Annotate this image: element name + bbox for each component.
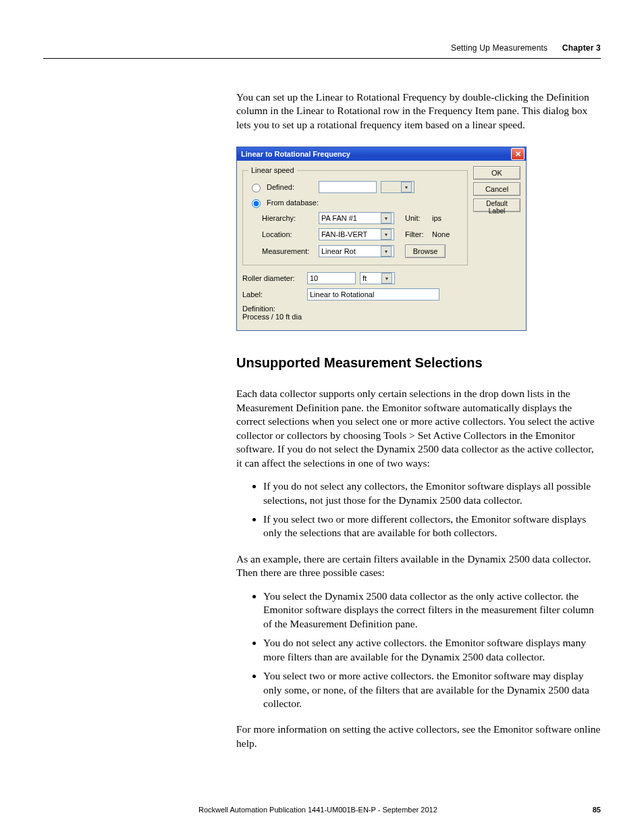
label-measurement: Measurement: xyxy=(262,247,315,255)
chevron-down-icon: ▾ xyxy=(381,246,392,257)
paragraph-3: For more information on setting the acti… xyxy=(236,723,601,750)
groupbox-legend: Linear speed xyxy=(248,166,297,174)
combo-location[interactable]: FAN-IB-VERT ▾ xyxy=(319,228,394,240)
ok-button[interactable]: OK xyxy=(473,166,520,180)
pair-filter: Filter: None xyxy=(405,230,450,238)
defined-unit-combo[interactable]: ▾ xyxy=(381,181,414,193)
row-measurement: Measurement: Linear Rot ▾ Browse xyxy=(262,244,462,258)
row-definition: Definition: Process / 10 ft dia xyxy=(242,305,468,321)
combo-hierarchy-value: PA FAN #1 xyxy=(321,214,357,222)
pair-browse: Browse xyxy=(405,244,446,258)
header-rule xyxy=(43,58,601,59)
header-section: Setting Up Measurements xyxy=(451,43,547,53)
radio-defined-label: Defined: xyxy=(267,183,294,191)
row-hierarchy: Hierarchy: PA FAN #1 ▾ Unit: ips xyxy=(262,212,462,224)
combo-measurement[interactable]: Linear Rot ▾ xyxy=(319,245,394,257)
list-item: If you do not select any collectors, the… xyxy=(263,479,601,507)
cancel-button[interactable]: Cancel xyxy=(473,182,520,196)
lower-rows: Roller diameter: ft ▾ Label: xyxy=(242,272,468,321)
combo-measurement-value: Linear Rot xyxy=(321,247,356,255)
chevron-down-icon: ▾ xyxy=(381,273,392,284)
content-column: You can set up the Linear to Rotational … xyxy=(236,90,601,760)
input-label[interactable] xyxy=(307,288,439,301)
value-filter: None xyxy=(432,230,450,238)
list-item: If you select two or more different coll… xyxy=(263,513,601,540)
bullet-list-2: You select the Dynamix 2500 data collect… xyxy=(236,590,601,711)
radio-row-defined: Defined: ▾ xyxy=(248,181,462,193)
running-header: Setting Up Measurements Chapter 3 xyxy=(451,43,601,53)
chevron-down-icon: ▾ xyxy=(401,182,412,192)
section-heading: Unsupported Measurement Selections xyxy=(236,355,601,371)
label-location: Location: xyxy=(262,230,315,238)
dialog-main: Linear speed Defined: ▾ xyxy=(242,166,468,321)
row-location: Location: FAN-IB-VERT ▾ Filter: None xyxy=(262,228,462,240)
dialog-linear-to-rotational: Linear to Rotational Frequency ✕ Linear … xyxy=(236,147,527,331)
label-unit: Unit: xyxy=(405,214,428,222)
paragraph-1: Each data collector supports only certai… xyxy=(236,387,601,470)
footer-publication: Rockwell Automation Publication 1441-UM0… xyxy=(43,806,593,814)
footer-page-number: 85 xyxy=(593,806,601,814)
row-roller: Roller diameter: ft ▾ xyxy=(242,272,468,284)
chevron-down-icon: ▾ xyxy=(381,229,392,240)
label-filter: Filter: xyxy=(405,230,428,238)
header-chapter: Chapter 3 xyxy=(562,43,601,53)
close-icon[interactable]: ✕ xyxy=(511,148,525,160)
input-roller[interactable] xyxy=(307,272,356,284)
dialog-titlebar: Linear to Rotational Frequency ✕ xyxy=(237,147,526,161)
defined-value-input[interactable] xyxy=(319,181,377,193)
pair-unit: Unit: ips xyxy=(405,214,441,222)
label-definition: Definition: xyxy=(242,305,468,313)
groupbox-linear-speed: Linear speed Defined: ▾ xyxy=(242,166,468,265)
label-label: Label: xyxy=(242,290,303,298)
row-label: Label: xyxy=(242,288,468,301)
label-hierarchy: Hierarchy: xyxy=(262,214,315,222)
combo-roller-unit-value: ft xyxy=(363,274,367,282)
combo-roller-unit[interactable]: ft ▾ xyxy=(360,272,395,284)
combo-location-value: FAN-IB-VERT xyxy=(321,230,367,238)
value-unit: ips xyxy=(432,214,441,222)
value-definition: Process / 10 ft dia xyxy=(242,313,468,321)
browse-button[interactable]: Browse xyxy=(405,244,446,258)
dialog-title: Linear to Rotational Frequency xyxy=(241,150,350,158)
list-item: You select the Dynamix 2500 data collect… xyxy=(263,590,601,631)
default-label-button[interactable]: Default Label xyxy=(473,199,520,212)
dialog-button-column: OK Cancel Default Label xyxy=(473,166,520,321)
paragraph-2: As an example, there are certain filters… xyxy=(236,552,601,580)
dialog-body: Linear speed Defined: ▾ xyxy=(237,161,526,330)
list-item: You do not select any active collectors.… xyxy=(263,636,601,664)
radio-from-database[interactable] xyxy=(252,199,261,208)
radio-row-fromdb: From database: xyxy=(248,197,462,208)
page: Setting Up Measurements Chapter 3 You ca… xyxy=(0,0,644,834)
radio-fromdb-label: From database: xyxy=(267,199,319,207)
combo-hierarchy[interactable]: PA FAN #1 ▾ xyxy=(319,212,394,224)
list-item: You select two or more active collectors… xyxy=(263,669,601,710)
bullet-list-1: If you do not select any collectors, the… xyxy=(236,479,601,540)
radio-defined[interactable] xyxy=(252,184,261,192)
intro-paragraph: You can set up the Linear to Rotational … xyxy=(236,90,601,132)
label-roller: Roller diameter: xyxy=(242,274,303,282)
chevron-down-icon: ▾ xyxy=(381,213,392,224)
page-footer: Rockwell Automation Publication 1441-UM0… xyxy=(43,806,601,814)
